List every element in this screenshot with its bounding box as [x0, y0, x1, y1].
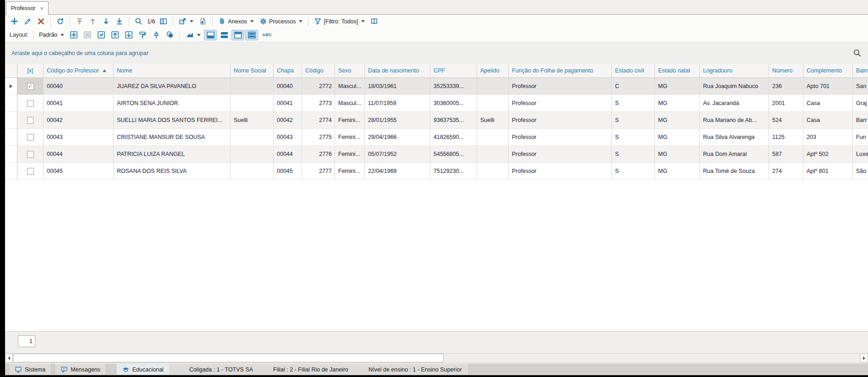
column-header-check[interactable]: [x] — [17, 64, 44, 78]
row-indicator-cell[interactable] — [5, 78, 17, 95]
table-row[interactable]: 00042SUELLI MARIA DOS SANTOS FERREI...Su… — [5, 112, 868, 129]
layout-add-button[interactable] — [68, 30, 80, 40]
cell-complemento[interactable]: Aptº 801 — [803, 163, 853, 180]
cell-nome[interactable]: JUAREZ DA SILVA PAVANELO — [114, 78, 231, 95]
first-record-button[interactable] — [74, 17, 85, 26]
cell-bairro[interactable]: Barr — [853, 112, 868, 129]
view-stacked-toggle[interactable] — [245, 30, 258, 40]
view-preview-bottom-toggle[interactable] — [204, 30, 217, 40]
cell-cpf[interactable]: 54556805... — [430, 146, 477, 163]
cell-apelido[interactable] — [477, 163, 509, 180]
status-nivel-ensino[interactable]: Nível de ensino : 1 - Ensino Superior — [368, 366, 462, 373]
cell-chapa[interactable]: 00041 — [274, 95, 302, 112]
layout-export-button[interactable] — [109, 30, 121, 40]
delete-record-button[interactable] — [35, 17, 47, 26]
column-header-sexo[interactable]: Sexo — [335, 64, 365, 78]
column-header-bairro[interactable]: Bairro — [853, 64, 868, 78]
table-row[interactable]: 00043CRISTIANE MANSUR DE SOUSA000432775F… — [5, 129, 868, 146]
cell-numero[interactable]: 524 — [769, 112, 803, 129]
cell-check[interactable]: ✓ — [17, 78, 44, 95]
cell-estado_civil[interactable]: S — [612, 163, 655, 180]
cell-funcao[interactable]: Professor — [509, 146, 612, 163]
cell-check[interactable] — [17, 112, 44, 129]
row-checkbox[interactable] — [27, 168, 34, 175]
cell-funcao[interactable]: Professor — [509, 129, 612, 146]
cell-chapa[interactable]: 00045 — [274, 163, 302, 180]
cell-logradouro[interactable]: Rua Joaquim Nabuco — [700, 78, 769, 95]
layout-pin-button[interactable] — [150, 30, 162, 40]
column-header-funcao[interactable]: Função do Folha de pagamento — [509, 64, 612, 78]
column-header-cpf[interactable]: CPF — [430, 64, 477, 78]
view-preview-top-toggle[interactable] — [231, 30, 244, 40]
cell-codigo_professor[interactable]: 00040 — [44, 78, 114, 95]
row-checkbox[interactable]: ✓ — [27, 83, 34, 90]
status-coligada[interactable]: Coligada : 1 - TOTVS SA — [189, 366, 253, 373]
cell-logradouro[interactable]: Rua Dom Amaral — [700, 146, 769, 163]
row-checkbox[interactable] — [27, 117, 34, 124]
cell-codigo[interactable]: 2773 — [302, 95, 335, 112]
row-checkbox[interactable] — [27, 134, 34, 141]
cell-nome_social[interactable] — [231, 129, 274, 146]
cell-nascimento[interactable]: 18/03/1961 — [365, 78, 430, 95]
cell-estado_natal[interactable]: MG — [655, 163, 700, 180]
table-row[interactable]: 00044PATRICIA LUIZA RANGEL000442776Femin… — [5, 146, 868, 163]
filter-button[interactable]: [Filtro: Todos] — [312, 17, 367, 26]
layout-paint-button[interactable] — [137, 30, 148, 40]
cell-funcao[interactable]: Professor — [509, 163, 612, 180]
cell-codigo[interactable]: 2772 — [302, 78, 335, 95]
cell-complemento[interactable]: Casa — [803, 95, 853, 112]
anexos-button[interactable]: Anexos — [216, 17, 256, 26]
cell-bairro[interactable]: San — [853, 78, 868, 95]
cell-estado_natal[interactable]: MG — [655, 78, 700, 95]
cell-numero[interactable]: 587 — [769, 146, 803, 163]
tab-professor[interactable]: Professor × — [6, 1, 49, 15]
scroll-right-button[interactable] — [860, 354, 868, 362]
cell-nome_social[interactable] — [231, 95, 274, 112]
cell-codigo_professor[interactable]: 00041 — [44, 95, 114, 112]
cell-nascimento[interactable]: 22/04/1969 — [365, 163, 430, 180]
row-checkbox[interactable] — [27, 100, 34, 107]
cell-sexo[interactable]: Femini... — [335, 129, 365, 146]
cell-cpf[interactable]: 93637535... — [430, 112, 477, 129]
cell-estado_civil[interactable]: S — [612, 146, 655, 163]
cell-chapa[interactable]: 00044 — [274, 146, 302, 163]
cell-logradouro[interactable]: Rua Mariano de Ab... — [700, 112, 769, 129]
cell-nome[interactable]: SUELLI MARIA DOS SANTOS FERREI... — [114, 112, 231, 129]
cell-nome[interactable]: CRISTIANE MANSUR DE SOUSA — [114, 129, 231, 146]
last-record-button[interactable] — [114, 17, 125, 26]
page-number-box[interactable]: 1 — [18, 335, 35, 347]
report-document-button[interactable] — [197, 17, 209, 26]
cell-estado_civil[interactable]: C — [612, 78, 655, 95]
column-header-codigo[interactable]: Código — [302, 64, 335, 78]
cell-apelido[interactable] — [477, 146, 509, 163]
cell-funcao[interactable]: Professor — [509, 95, 612, 112]
row-checkbox[interactable] — [27, 151, 34, 158]
cell-logradouro[interactable]: Rua Tomé de Souza — [700, 163, 769, 180]
cell-check[interactable] — [17, 146, 44, 163]
cell-estado_natal[interactable]: MG — [655, 129, 700, 146]
cell-chapa[interactable]: 00042 — [274, 112, 302, 129]
column-header-nascimento[interactable]: Data de nascimento — [365, 64, 430, 78]
column-header-estado_natal[interactable]: Estado natal — [655, 64, 700, 78]
row-indicator-cell[interactable] — [5, 95, 17, 112]
view-split-rows-toggle[interactable] — [218, 30, 231, 40]
cell-funcao[interactable]: Professor — [509, 112, 612, 129]
cell-complemento[interactable]: 203 — [803, 129, 853, 146]
cell-estado_natal[interactable]: MG — [655, 146, 700, 163]
group-by-bar[interactable]: Arraste aqui o cabeçalho de uma coluna p… — [5, 42, 868, 64]
cell-codigo[interactable]: 2777 — [302, 163, 335, 180]
cell-nascimento[interactable]: 11/07/1959 — [365, 95, 430, 112]
cell-estado_civil[interactable]: S — [612, 112, 655, 129]
cell-complemento[interactable]: Casa — [803, 112, 853, 129]
cell-estado_natal[interactable]: MG — [655, 95, 700, 112]
cell-apelido[interactable]: Suelli — [477, 112, 509, 129]
cell-nome_social[interactable] — [231, 146, 274, 163]
scrollbar-thumb[interactable] — [13, 354, 444, 362]
cell-complemento[interactable]: Apto 701 — [803, 78, 853, 95]
row-indicator-cell[interactable] — [5, 146, 17, 163]
cell-sexo[interactable]: Femini... — [335, 146, 365, 163]
cell-check[interactable] — [17, 163, 44, 180]
cell-apelido[interactable] — [477, 95, 509, 112]
previous-record-button[interactable] — [87, 17, 99, 26]
table-row[interactable]: ✓00040JUAREZ DA SILVA PAVANELO000402772M… — [5, 78, 868, 95]
